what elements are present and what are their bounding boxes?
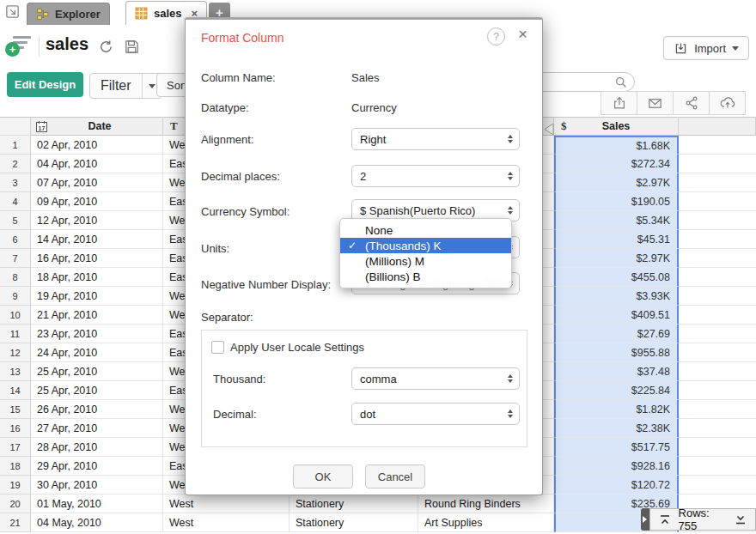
edit-design-button[interactable]: Edit Design: [7, 72, 83, 97]
row-number-header[interactable]: [0, 117, 31, 136]
empty-cell: [679, 457, 756, 476]
import-label: Import: [694, 42, 726, 55]
sales-cell: $517.75: [554, 438, 679, 457]
import-icon: [674, 41, 688, 56]
decimal-select[interactable]: dot: [351, 403, 520, 425]
empty-cell: [679, 287, 756, 306]
filter-label[interactable]: Filter: [90, 74, 142, 98]
divider: [39, 36, 40, 57]
row-number-cell: 3: [0, 173, 31, 192]
sales-column-header[interactable]: $ Sales: [554, 117, 679, 136]
save-button[interactable]: [122, 37, 141, 56]
sales-cell: $120.72: [554, 476, 679, 495]
add-view-button[interactable]: +: [7, 34, 33, 58]
empty-cell: [679, 476, 756, 495]
empty-cell: [679, 155, 756, 173]
currency-symbol-value: $ Spanish(Puerto Rico): [360, 204, 475, 217]
filter-button[interactable]: Filter: [89, 73, 162, 99]
tab-explorer[interactable]: Explorer: [27, 3, 110, 25]
import-button[interactable]: Import: [663, 36, 749, 60]
help-icon[interactable]: ?: [487, 27, 505, 46]
refresh-button[interactable]: [96, 37, 115, 56]
row-number-cell: 17: [0, 438, 31, 457]
date-column-header[interactable]: 17 Date: [31, 117, 163, 136]
date-cell: 09 Apr, 2010: [31, 192, 163, 211]
date-cell: 26 Apr, 2010: [31, 400, 163, 419]
date-header-label: Date: [88, 120, 111, 132]
select-arrows-icon: [508, 410, 513, 418]
export-button[interactable]: [601, 91, 637, 115]
export-icon: [612, 95, 627, 111]
column-name-value: Sales: [351, 71, 380, 84]
apply-locale-label: Apply User Locale Settings: [230, 341, 364, 354]
row-number-cell: 2: [0, 155, 31, 173]
checkmark-icon: ✓: [348, 240, 357, 252]
units-label: Units:: [201, 242, 229, 255]
category-cell: Stationery: [290, 495, 418, 513]
date-cell: 04 May, 2010: [31, 513, 163, 532]
calendar-icon: 17: [35, 120, 48, 133]
empty-cell: [679, 306, 756, 325]
alignment-select[interactable]: Right: [351, 128, 520, 150]
empty-cell: [679, 230, 756, 249]
thousand-value: comma: [360, 373, 397, 385]
empty-cell: [679, 173, 756, 192]
decimal-value: dot: [360, 408, 375, 421]
close-icon[interactable]: ×: [518, 26, 527, 42]
separator-label: Separator:: [201, 311, 253, 324]
empty-cell: [679, 268, 756, 287]
sales-cell: $409.51: [554, 306, 679, 325]
decimal-label: Decimal:: [213, 408, 257, 421]
column-marker-icon: [543, 122, 554, 137]
units-menu: None✓(Thousands) K(Millions) M(Billions)…: [339, 218, 512, 288]
row-number-cell: 14: [0, 381, 31, 400]
collapse-panel-button[interactable]: [3, 2, 22, 21]
units-menu-item-label: None: [365, 224, 393, 237]
date-cell: 07 Apr, 2010: [31, 173, 163, 192]
share-button[interactable]: [673, 91, 710, 115]
cancel-button[interactable]: Cancel: [365, 464, 425, 488]
sales-cell: $3.93K: [554, 287, 679, 306]
date-cell: 19 Apr, 2010: [31, 287, 163, 306]
cloud-upload-button[interactable]: [709, 91, 746, 115]
dialog-title: Format Column: [201, 31, 284, 45]
apply-locale-checkbox[interactable]: [211, 341, 224, 354]
empty-cell: [679, 400, 756, 419]
row-number-cell: 20: [0, 495, 31, 513]
date-cell: 02 Apr, 2010: [31, 136, 163, 155]
decimal-places-select[interactable]: 2: [351, 165, 520, 187]
select-arrows-icon: [508, 206, 513, 215]
go-to-bottom-button[interactable]: [735, 514, 747, 525]
email-button[interactable]: [637, 91, 674, 115]
units-menu-item[interactable]: None: [340, 222, 511, 238]
row-number-cell: 10: [0, 306, 31, 325]
chevron-down-icon: [732, 46, 739, 51]
empty-cell: [679, 192, 756, 211]
date-cell: 21 Apr, 2010: [31, 306, 163, 325]
chevron-down-icon: [149, 84, 155, 88]
cloud-upload-icon: [719, 94, 736, 112]
row-number-cell: 19: [0, 476, 31, 495]
category-cell: Stationery: [290, 513, 418, 532]
units-menu-item[interactable]: ✓(Thousands) K: [340, 238, 511, 253]
rows-indicator-collapse-button[interactable]: [641, 508, 649, 531]
units-menu-item-label: (Billions) B: [365, 270, 421, 283]
units-menu-item[interactable]: (Millions) M: [340, 253, 511, 269]
sales-cell: $2.38K: [554, 419, 679, 438]
empty-cell: [679, 325, 756, 343]
collapse-panel-icon: [4, 3, 21, 20]
go-to-top-button[interactable]: [659, 514, 671, 525]
date-cell: 25 Apr, 2010: [31, 381, 163, 400]
units-menu-item[interactable]: (Billions) B: [340, 269, 511, 284]
product-cell: Round Ring Binders: [418, 495, 554, 513]
refresh-icon: [98, 39, 114, 55]
app-window: Explorer sales × + + sales: [0, 0, 756, 534]
empty-cell: [679, 343, 756, 362]
thousand-select[interactable]: comma: [351, 367, 520, 390]
date-cell: 24 Apr, 2010: [31, 343, 163, 362]
sales-cell: $928.16: [554, 457, 679, 476]
ok-button[interactable]: OK: [293, 464, 353, 488]
decimal-places-value: 2: [360, 170, 366, 183]
territory-cell: West: [163, 513, 290, 532]
sales-cell: $1.68K: [554, 136, 679, 155]
